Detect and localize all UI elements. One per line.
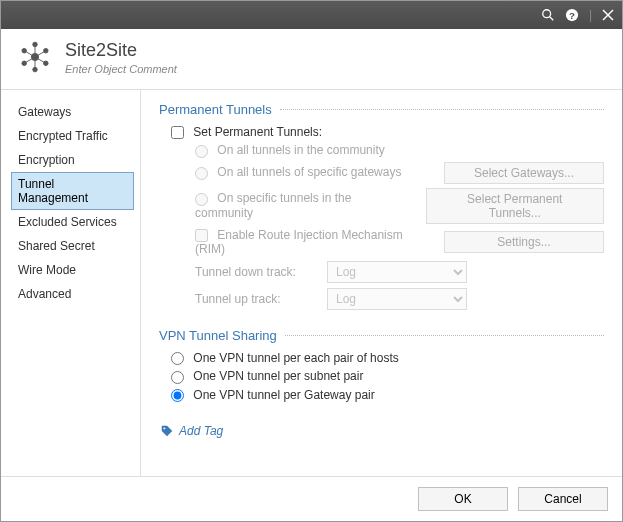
tunnel-down-track-label: Tunnel down track: [195,265,315,279]
sharing-subnet-radio[interactable]: One VPN tunnel per subnet pair [171,369,363,383]
sharing-gateway-radio[interactable]: One VPN tunnel per Gateway pair [171,388,375,402]
section-divider [285,335,604,336]
dialog-header: Site2Site Enter Object Comment [1,29,622,90]
opt-gateways-label: On all tunnels of specific gateways [217,165,401,179]
opt-specific-radio: On specific tunnels in the community [195,191,410,219]
svg-point-0 [543,10,551,18]
sidebar-item-wire-mode[interactable]: Wire Mode [11,258,134,282]
sidebar-item-shared-secret[interactable]: Shared Secret [11,234,134,258]
tunnel-down-track-select: Log [327,261,467,283]
titlebar: ? | [1,1,622,29]
page-title: Site2Site [65,40,177,61]
content-panel: Permanent Tunnels Set Permanent Tunnels:… [141,90,622,476]
dialog-window: ? | Site2Site Enter Object Comm [0,0,623,522]
opt-all-tunnels-radio: On all tunnels in the community [195,143,385,157]
sharing-subnet-input[interactable] [171,371,184,384]
svg-point-9 [44,48,49,53]
svg-point-11 [44,61,49,66]
svg-line-1 [550,17,554,21]
opt-specific-input [195,193,208,206]
help-icon[interactable]: ? [565,8,579,22]
set-permanent-tunnels-input[interactable] [171,126,184,139]
mesh-icon [17,39,53,75]
sidebar-item-excluded-services[interactable]: Excluded Services [11,210,134,234]
sidebar-item-tunnel-management[interactable]: Tunnel Management [11,172,134,210]
opt-rim-label: Enable Route Injection Mechanism (RIM) [195,228,403,256]
opt-all-tunnels-input [195,145,208,158]
section-permanent-tunnels: Permanent Tunnels [159,102,604,117]
set-permanent-tunnels-label: Set Permanent Tunnels: [193,125,322,139]
tunnel-up-track-label: Tunnel up track: [195,292,315,306]
tag-icon [161,425,173,437]
add-tag-button[interactable]: Add Tag [159,424,604,438]
svg-text:?: ? [569,10,575,21]
section-divider [280,109,604,110]
sharing-gateway-input[interactable] [171,389,184,402]
add-tag-label: Add Tag [179,424,223,438]
svg-point-19 [163,427,165,429]
cancel-button[interactable]: Cancel [518,487,608,511]
sidebar-item-encryption[interactable]: Encryption [11,148,134,172]
rim-settings-button: Settings... [444,231,604,253]
titlebar-separator: | [589,8,592,22]
tunnel-up-track-select: Log [327,288,467,310]
select-permanent-tunnels-button: Select Permanent Tunnels... [426,188,605,224]
opt-specific-label: On specific tunnels in the community [195,191,351,219]
sidebar-item-advanced[interactable]: Advanced [11,282,134,306]
sharing-subnet-label: One VPN tunnel per subnet pair [193,369,363,383]
opt-all-tunnels-label: On all tunnels in the community [217,143,384,157]
sidebar-item-gateways[interactable]: Gateways [11,100,134,124]
sharing-hosts-input[interactable] [171,352,184,365]
sharing-hosts-label: One VPN tunnel per each pair of hosts [193,351,398,365]
object-comment-input[interactable]: Enter Object Comment [65,63,177,75]
select-gateways-button: Select Gateways... [444,162,604,184]
sidebar-item-encrypted-traffic[interactable]: Encrypted Traffic [11,124,134,148]
opt-gateways-radio: On all tunnels of specific gateways [195,165,401,179]
svg-point-15 [22,61,27,66]
section-title-label: Permanent Tunnels [159,102,272,117]
opt-gateways-input [195,167,208,180]
set-permanent-tunnels-checkbox[interactable]: Set Permanent Tunnels: [171,125,322,139]
search-icon[interactable] [541,8,555,22]
sidebar: Gateways Encrypted Traffic Encryption Tu… [1,90,141,476]
section-title-label: VPN Tunnel Sharing [159,328,277,343]
dialog-footer: OK Cancel [1,476,622,521]
opt-rim-input [195,229,208,242]
close-icon[interactable] [602,9,614,21]
sharing-hosts-radio[interactable]: One VPN tunnel per each pair of hosts [171,351,399,365]
sharing-gateway-label: One VPN tunnel per Gateway pair [193,388,374,402]
ok-button[interactable]: OK [418,487,508,511]
opt-rim-checkbox: Enable Route Injection Mechanism (RIM) [195,228,428,256]
section-vpn-sharing: VPN Tunnel Sharing [159,328,604,343]
